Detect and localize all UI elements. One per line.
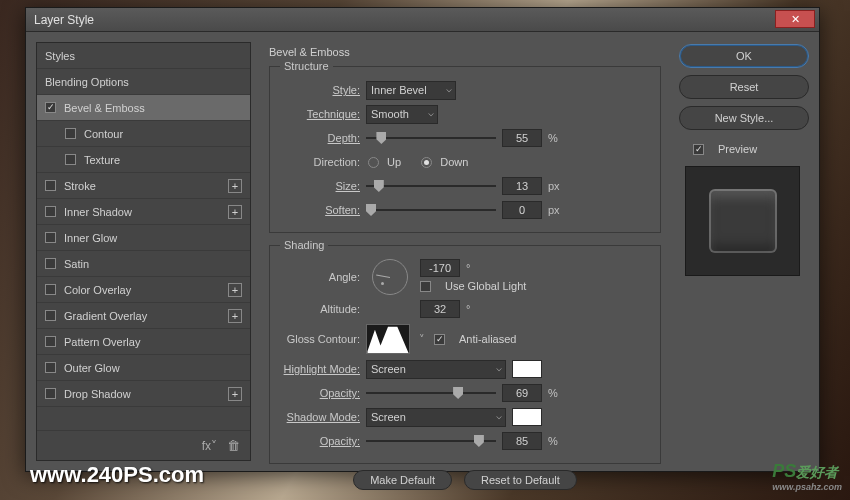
- contour-dropdown-icon[interactable]: ˅: [416, 333, 428, 346]
- outer-glow-checkbox[interactable]: [45, 362, 56, 373]
- highlight-color-swatch[interactable]: [512, 360, 542, 378]
- soften-label: Soften:: [280, 204, 360, 216]
- pattern-overlay-checkbox[interactable]: [45, 336, 56, 347]
- satin-checkbox[interactable]: [45, 258, 56, 269]
- technique-label: Technique:: [280, 108, 360, 120]
- pattern-overlay-label: Pattern Overlay: [64, 336, 140, 348]
- color-overlay-item[interactable]: Color Overlay+: [37, 277, 250, 303]
- watermark-right: PS爱好者 www.psahz.com: [772, 461, 842, 492]
- technique-select[interactable]: Smooth: [366, 105, 438, 124]
- depth-unit: %: [548, 132, 564, 144]
- fx-icon[interactable]: fx˅: [202, 439, 217, 453]
- sh-opacity-input[interactable]: [502, 432, 542, 450]
- gradient-overlay-checkbox[interactable]: [45, 310, 56, 321]
- watermark-cn: 爱好者: [796, 464, 838, 480]
- hl-opacity-slider[interactable]: [366, 385, 496, 401]
- trash-icon[interactable]: 🗑: [227, 438, 240, 453]
- size-slider[interactable]: [366, 178, 496, 194]
- blending-label: Blending Options: [45, 76, 129, 88]
- shadow-color-swatch[interactable]: [512, 408, 542, 426]
- styles-header[interactable]: Styles: [37, 43, 250, 69]
- size-unit: px: [548, 180, 564, 192]
- inner-shadow-add-icon[interactable]: +: [228, 205, 242, 219]
- inner-shadow-checkbox[interactable]: [45, 206, 56, 217]
- angle-deg: °: [466, 262, 482, 274]
- style-label: Style:: [280, 84, 360, 96]
- style-select[interactable]: Inner Bevel: [366, 81, 456, 100]
- reset-button[interactable]: Reset: [679, 75, 809, 99]
- watermark-ps: PS: [772, 461, 796, 481]
- size-input[interactable]: [502, 177, 542, 195]
- layer-style-dialog: Layer Style ✕ Styles Blending Options Be…: [25, 7, 820, 472]
- gradient-overlay-add-icon[interactable]: +: [228, 309, 242, 323]
- structure-group: Structure Style:Inner Bevel Technique:Sm…: [269, 60, 661, 233]
- gradient-overlay-item[interactable]: Gradient Overlay+: [37, 303, 250, 329]
- satin-item[interactable]: Satin: [37, 251, 250, 277]
- bevel-emboss-item[interactable]: Bevel & Emboss: [37, 95, 250, 121]
- inner-glow-label: Inner Glow: [64, 232, 117, 244]
- shading-legend: Shading: [280, 239, 328, 251]
- down-label: Down: [440, 156, 468, 168]
- pattern-overlay-item[interactable]: Pattern Overlay: [37, 329, 250, 355]
- inner-glow-checkbox[interactable]: [45, 232, 56, 243]
- watermark-url: www.psahz.com: [772, 482, 842, 492]
- dialog-title: Layer Style: [34, 13, 94, 27]
- texture-item[interactable]: Texture: [37, 147, 250, 173]
- inner-shadow-item[interactable]: Inner Shadow+: [37, 199, 250, 225]
- stroke-label: Stroke: [64, 180, 96, 192]
- preview-checkbox[interactable]: [693, 144, 704, 155]
- sh-opacity-slider[interactable]: [366, 433, 496, 449]
- outer-glow-label: Outer Glow: [64, 362, 120, 374]
- structure-legend: Structure: [280, 60, 333, 72]
- shading-group: Shading Angle:°Use Global Light Altitude…: [269, 239, 661, 464]
- drop-shadow-add-icon[interactable]: +: [228, 387, 242, 401]
- direction-down-radio[interactable]: [421, 157, 432, 168]
- ok-button[interactable]: OK: [679, 44, 809, 68]
- inner-glow-item[interactable]: Inner Glow: [37, 225, 250, 251]
- settings-panel: Bevel & Emboss Structure Style:Inner Bev…: [261, 42, 669, 461]
- direction-up-radio[interactable]: [368, 157, 379, 168]
- contour-item[interactable]: Contour: [37, 121, 250, 147]
- color-overlay-checkbox[interactable]: [45, 284, 56, 295]
- outer-glow-item[interactable]: Outer Glow: [37, 355, 250, 381]
- global-light-checkbox[interactable]: [420, 281, 431, 292]
- antialiased-checkbox[interactable]: [434, 334, 445, 345]
- bevel-checkbox[interactable]: [45, 102, 56, 113]
- stroke-add-icon[interactable]: +: [228, 179, 242, 193]
- reset-default-button[interactable]: Reset to Default: [464, 470, 577, 490]
- size-label: Size:: [280, 180, 360, 192]
- stroke-item[interactable]: Stroke+: [37, 173, 250, 199]
- preview-thumbnail: [685, 166, 800, 276]
- altitude-input[interactable]: [420, 300, 460, 318]
- inner-shadow-label: Inner Shadow: [64, 206, 132, 218]
- angle-input[interactable]: [420, 259, 460, 277]
- soften-input[interactable]: [502, 201, 542, 219]
- styles-list-panel: Styles Blending Options Bevel & Emboss C…: [36, 42, 251, 461]
- new-style-button[interactable]: New Style...: [679, 106, 809, 130]
- hl-opacity-input[interactable]: [502, 384, 542, 402]
- color-overlay-label: Color Overlay: [64, 284, 131, 296]
- contour-checkbox[interactable]: [65, 128, 76, 139]
- soften-slider[interactable]: [366, 202, 496, 218]
- texture-checkbox[interactable]: [65, 154, 76, 165]
- depth-input[interactable]: [502, 129, 542, 147]
- gloss-contour-picker[interactable]: [366, 324, 410, 354]
- close-button[interactable]: ✕: [775, 10, 815, 28]
- shadow-mode-select[interactable]: Screen: [366, 408, 506, 427]
- sh-pct: %: [548, 435, 564, 447]
- color-overlay-add-icon[interactable]: +: [228, 283, 242, 297]
- drop-shadow-label: Drop Shadow: [64, 388, 131, 400]
- angle-control[interactable]: [372, 259, 408, 295]
- styles-footer: fx˅ 🗑: [37, 430, 250, 460]
- hl-pct: %: [548, 387, 564, 399]
- highlight-mode-select[interactable]: Screen: [366, 360, 506, 379]
- blending-options-item[interactable]: Blending Options: [37, 69, 250, 95]
- drop-shadow-item[interactable]: Drop Shadow+: [37, 381, 250, 407]
- depth-slider[interactable]: [366, 130, 496, 146]
- antialiased-label: Anti-aliased: [459, 333, 516, 345]
- angle-label: Angle:: [280, 271, 360, 283]
- stroke-checkbox[interactable]: [45, 180, 56, 191]
- drop-shadow-checkbox[interactable]: [45, 388, 56, 399]
- make-default-button[interactable]: Make Default: [353, 470, 452, 490]
- texture-label: Texture: [84, 154, 120, 166]
